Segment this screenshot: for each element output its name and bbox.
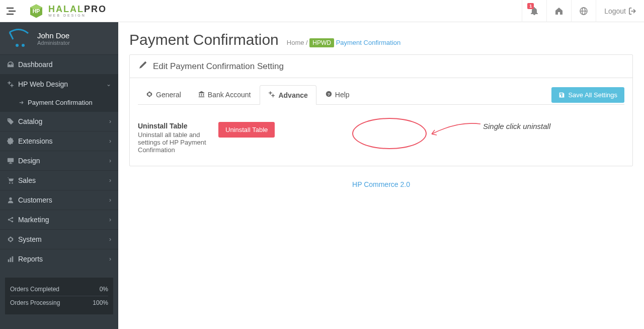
stat-value: 100% <box>93 299 108 306</box>
sidebar-item-marketing[interactable]: Marketing› <box>0 210 118 229</box>
cogs-icon <box>7 81 18 88</box>
help-icon: ? <box>326 91 332 99</box>
svg-point-17 <box>12 182 13 184</box>
chevron-right-icon: › <box>109 255 111 262</box>
globe-icon <box>580 7 588 15</box>
user-icon <box>7 196 18 204</box>
bars-icon <box>7 255 18 262</box>
cart-icon <box>7 177 18 184</box>
sidebar-item-catalog[interactable]: Catalog› <box>0 111 118 131</box>
bank-icon <box>198 91 205 99</box>
tab-advance[interactable]: Advance <box>260 85 316 105</box>
annotation-arrow-icon <box>428 120 483 140</box>
sidebar-subitem-label: Payment Confirmation <box>28 99 93 106</box>
logo[interactable]: HP HALALPRO WEB DESIGN <box>22 3 113 19</box>
logout-button[interactable]: Logout <box>596 0 644 22</box>
tab-label: Advance <box>278 91 307 99</box>
tab-label: General <box>156 91 181 99</box>
svg-text:HP: HP <box>33 9 40 14</box>
cog-icon <box>7 236 18 243</box>
topbar: HP HALALPRO WEB DESIGN 1 Logout <box>0 0 644 22</box>
tab-bank-account[interactable]: Bank Account <box>190 86 259 104</box>
pencil-icon <box>139 61 147 72</box>
page-title: Payment Confirmation <box>129 31 279 48</box>
desktop-icon <box>7 157 18 164</box>
svg-rect-1 <box>9 11 16 12</box>
sidebar-item-system[interactable]: System› <box>0 229 118 249</box>
breadcrumb-current[interactable]: Payment Confirmation <box>336 39 401 46</box>
topbar-left: HP HALALPRO WEB DESIGN <box>0 0 113 22</box>
chevron-right-icon: › <box>109 177 111 184</box>
menu-toggle-icon <box>7 8 16 15</box>
svg-rect-15 <box>9 163 13 164</box>
svg-point-11 <box>9 82 11 84</box>
svg-point-16 <box>9 182 11 184</box>
tab-general[interactable]: General <box>138 86 189 104</box>
svg-point-9 <box>16 44 19 47</box>
logo-text: HALALPRO WEB DESIGN <box>48 5 107 17</box>
sidebar-item-label: Sales <box>18 176 109 184</box>
sidebar-item-customers[interactable]: Customers› <box>0 190 118 210</box>
user-name: John Doe <box>37 31 70 40</box>
breadcrumb-home[interactable]: Home <box>287 39 304 46</box>
menu-toggle-button[interactable] <box>0 0 22 22</box>
chevron-right-icon: › <box>109 118 111 125</box>
globe-button[interactable] <box>571 0 596 22</box>
chevron-right-icon: › <box>109 236 111 243</box>
svg-rect-2 <box>7 14 14 15</box>
sidebar-item-reports[interactable]: Reports› <box>0 249 118 269</box>
sidebar-subitem-payment-confirmation[interactable]: ➜Payment Confirmation <box>0 94 118 111</box>
svg-rect-22 <box>8 259 10 262</box>
chevron-right-icon: › <box>109 216 111 223</box>
sidebar-item-label: System <box>18 235 109 243</box>
sidebar-item-label: Marketing <box>18 216 109 224</box>
user-role: Administrator <box>37 40 70 46</box>
sidebar-item-label: Design <box>18 157 109 165</box>
home-button[interactable] <box>546 0 571 22</box>
save-icon <box>558 92 565 98</box>
svg-point-25 <box>270 92 272 94</box>
tab-label: Help <box>335 91 350 99</box>
dashboard-icon <box>7 61 18 68</box>
notifications-button[interactable]: 1 <box>522 0 546 22</box>
sidebar-item-label: Dashboard <box>18 60 111 69</box>
panel-title: Edit Payment Confirmation Setting <box>153 61 284 72</box>
svg-rect-13 <box>8 158 14 162</box>
svg-rect-24 <box>12 256 14 262</box>
chevron-right-icon: › <box>109 138 111 145</box>
page-header: Payment Confirmation Home / HPWD Payment… <box>129 31 633 48</box>
cog-icon <box>146 91 153 99</box>
annotation-text: Single click uninstall <box>483 122 550 130</box>
sidebar-item-sales[interactable]: Sales› <box>0 170 118 190</box>
svg-text:?: ? <box>328 92 330 97</box>
sidebar-nav: DashboardHP Web Design⌄➜Payment Confirma… <box>0 54 118 269</box>
field-title: Uninstall Table <box>138 122 218 130</box>
sidebar-stat-row: Orders Processing100% <box>10 296 108 309</box>
sidebar-item-extensions[interactable]: Extensions› <box>0 131 118 151</box>
uninstall-button[interactable]: Uninstall Table <box>218 122 275 138</box>
logo-mark-icon: HP <box>28 3 44 19</box>
sidebar-item-hp-web-design[interactable]: HP Web Design⌄ <box>0 74 118 94</box>
tab-label: Bank Account <box>208 91 251 99</box>
chevron-right-icon: › <box>109 196 111 204</box>
avatar <box>7 28 32 48</box>
sidebar: John Doe Administrator DashboardHP Web D… <box>0 22 118 329</box>
sidebar-item-label: Reports <box>18 255 109 263</box>
sidebar-item-design[interactable]: Design› <box>0 151 118 170</box>
stat-value: 0% <box>100 286 108 293</box>
logout-icon <box>629 8 636 15</box>
footer-link[interactable]: HP Commerce 2.0 <box>352 180 410 188</box>
svg-point-26 <box>272 95 274 97</box>
cogs-icon <box>268 91 275 99</box>
sidebar-item-label: HP Web Design <box>18 80 106 88</box>
svg-rect-14 <box>10 163 12 164</box>
tags-icon <box>7 118 18 125</box>
tabs-row: GeneralBank AccountAdvance?Help Save All… <box>138 85 624 105</box>
sidebar-item-dashboard[interactable]: Dashboard <box>0 54 118 74</box>
svg-rect-0 <box>7 8 14 9</box>
save-all-button[interactable]: Save All Settings <box>551 87 624 103</box>
panel-header: Edit Payment Confirmation Setting <box>130 55 632 78</box>
sidebar-item-label: Catalog <box>18 117 109 125</box>
breadcrumb: Home / HPWD Payment Confirmation <box>287 39 400 46</box>
tab-help[interactable]: ?Help <box>317 86 358 104</box>
